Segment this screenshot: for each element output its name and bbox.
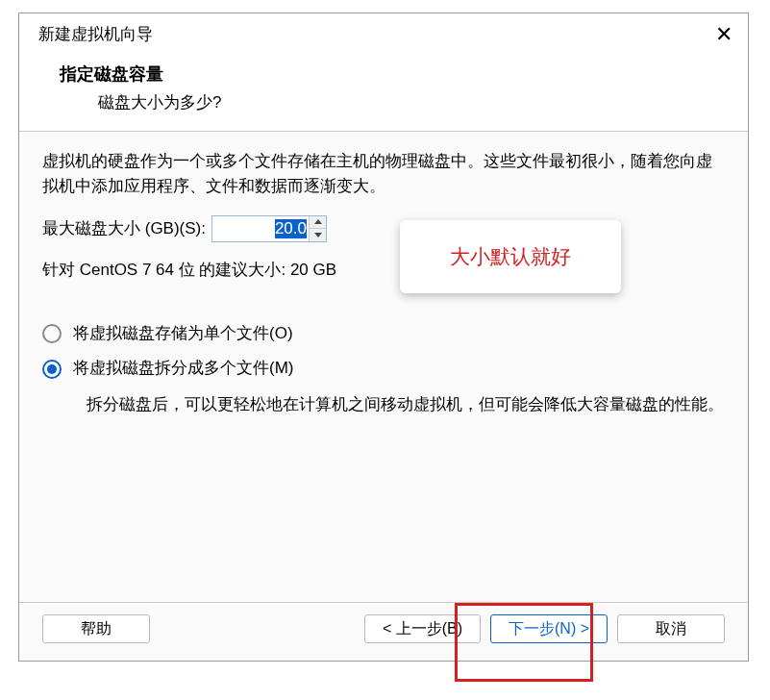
radio-label: 将虚拟磁盘拆分成多个文件(M) [73,356,293,381]
next-button[interactable]: 下一步(N) > [490,614,608,643]
recommended-size-text: 针对 CentOS 7 64 位 的建议大小: 20 GB [42,258,725,283]
wizard-dialog: 新建虚拟机向导 ✕ 指定磁盘容量 磁盘大小为多少? 虚拟机的硬盘作为一个或多个文… [18,12,749,662]
spinner-buttons [309,216,326,241]
split-description: 拆分磁盘后，可以更轻松地在计算机之间移动虚拟机，但可能会降低大容量磁盘的性能。 [42,391,725,417]
disk-storage-radio-group: 将虚拟磁盘存储为单个文件(O) 将虚拟磁盘拆分成多个文件(M) 拆分磁盘后，可以… [42,321,725,417]
annotation-callout: 大小默认就好 [400,220,621,293]
spinner-down-icon[interactable] [310,229,326,241]
help-button[interactable]: 帮助 [42,614,150,643]
radio-store-single[interactable]: 将虚拟磁盘存储为单个文件(O) [42,321,725,346]
page-title: 指定磁盘容量 [60,62,729,86]
radio-icon [42,324,62,343]
disk-size-spinner[interactable] [211,215,327,242]
page-subtitle: 磁盘大小为多少? [60,91,729,113]
radio-split-multiple[interactable]: 将虚拟磁盘拆分成多个文件(M) [42,356,725,381]
disk-size-input[interactable] [212,216,309,241]
cancel-button[interactable]: 取消 [617,614,725,643]
header-section: 指定磁盘容量 磁盘大小为多少? [19,55,748,131]
disk-size-row: 最大磁盘大小 (GB)(S): [42,215,725,242]
radio-label: 将虚拟磁盘存储为单个文件(O) [73,321,293,346]
back-button[interactable]: < 上一步(B) [364,614,481,643]
description-text: 虚拟机的硬盘作为一个或多个文件存储在主机的物理磁盘中。这些文件最初很小，随着您向… [42,149,725,200]
content-area: 虚拟机的硬盘作为一个或多个文件存储在主机的物理磁盘中。这些文件最初很小，随着您向… [19,132,748,602]
callout-text: 大小默认就好 [450,241,571,273]
spinner-up-icon[interactable] [310,216,326,230]
footer-buttons: 帮助 < 上一步(B) 下一步(N) > 取消 [19,603,748,661]
dialog-title: 新建虚拟机向导 [38,23,153,45]
close-icon[interactable]: ✕ [715,24,733,45]
titlebar: 新建虚拟机向导 ✕ [19,13,748,55]
disk-size-label: 最大磁盘大小 (GB)(S): [42,216,206,241]
radio-icon [42,360,62,379]
